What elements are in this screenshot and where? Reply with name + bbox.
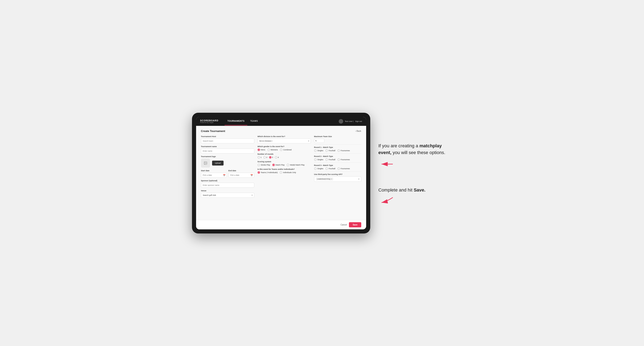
- round1-foursomes-option[interactable]: Foursomes: [338, 149, 350, 152]
- scoring-stroke-label: Stroke Play: [261, 164, 270, 166]
- round2-foursomes-label: Foursomes: [341, 159, 350, 161]
- rounds-radio-group: 1 2 3: [258, 156, 311, 159]
- tablet-screen: SCOREBOARD Powered by clippit TOURNAMENT…: [196, 117, 366, 229]
- round1-singles-option[interactable]: Singles: [314, 149, 324, 152]
- round-4-radio[interactable]: [275, 156, 277, 159]
- tournament-host-input[interactable]: [201, 139, 254, 144]
- round-2-option[interactable]: 2: [263, 156, 268, 159]
- sponsor-input[interactable]: [201, 183, 254, 188]
- round3-foursomes-radio[interactable]: [338, 167, 340, 170]
- max-team-size-group: Maximum Team Size: [314, 136, 361, 143]
- third-party-tag-close[interactable]: ×: [331, 178, 332, 180]
- page-header: Create Tournament ‹ Back: [201, 130, 361, 133]
- nav-tab-tournaments[interactable]: TOURNAMENTS: [224, 117, 247, 125]
- round3-foursomes-label: Foursomes: [341, 168, 350, 170]
- divider-2: [314, 154, 361, 154]
- individuals-only-label: Individuals Only: [283, 172, 296, 173]
- round-1-option[interactable]: 1: [258, 156, 262, 159]
- scoring-match-radio[interactable]: [272, 164, 275, 166]
- round2-singles-option[interactable]: Singles: [314, 158, 324, 161]
- annotation-top-text-2: you will see these options.: [391, 150, 445, 155]
- round3-fourball-label: Fourball: [329, 168, 336, 170]
- round3-fourball-radio[interactable]: [326, 167, 328, 170]
- gender-label: Which gender is the event for?: [258, 146, 311, 148]
- sign-out-link[interactable]: Sign out: [355, 120, 362, 122]
- back-link[interactable]: ‹ Back: [355, 130, 361, 132]
- round2-fourball-label: Fourball: [329, 159, 336, 161]
- cancel-button[interactable]: Cancel: [340, 224, 347, 226]
- teams-group: Is this event for Teams and/or Individua…: [258, 168, 311, 174]
- avatar-icon: [339, 119, 343, 124]
- round2-singles-radio[interactable]: [314, 158, 316, 161]
- round1-singles-radio[interactable]: [314, 149, 316, 152]
- teams-plus-individuals-option[interactable]: Teams (+Individuals): [258, 171, 278, 174]
- round1-match-type-label: Round 1 - Match Type: [314, 146, 361, 148]
- main-content: Create Tournament ‹ Back Tournament Host…: [196, 126, 366, 220]
- gender-mens-option[interactable]: Mens: [258, 149, 265, 151]
- round2-foursomes-option[interactable]: Foursomes: [338, 158, 350, 161]
- round2-foursomes-radio[interactable]: [338, 158, 340, 161]
- round3-singles-radio[interactable]: [314, 167, 316, 170]
- divider-4: [314, 172, 361, 172]
- round1-fourball-label: Fourball: [329, 150, 336, 152]
- venue-label: Venue: [201, 190, 254, 192]
- save-button[interactable]: Save: [349, 222, 361, 227]
- round3-fourball-option[interactable]: Fourball: [326, 167, 336, 170]
- round2-fourball-radio[interactable]: [326, 158, 328, 161]
- individuals-only-radio[interactable]: [280, 171, 282, 174]
- scoring-match-label: Match Play: [276, 164, 285, 166]
- third-party-label: Use third-party live scoring API?: [314, 173, 361, 175]
- round1-foursomes-radio[interactable]: [338, 149, 340, 152]
- right-column: Maximum Team Size Round 1 - Match Type S…: [314, 136, 361, 200]
- start-date-wrapper: 📅: [201, 173, 227, 177]
- nav-tab-teams[interactable]: TEAMS: [247, 117, 261, 125]
- gender-womens-radio[interactable]: [268, 149, 270, 151]
- third-party-select-box[interactable]: Leaderboard King × ▾: [314, 176, 361, 182]
- round2-fourball-option[interactable]: Fourball: [326, 158, 336, 161]
- arrow-svg-bottom: [378, 195, 395, 204]
- gender-radio-group: Mens Womens Combined: [258, 149, 311, 151]
- round1-fourball-radio[interactable]: [326, 149, 328, 152]
- form-grid: Tournament Host Tournament name Tourname…: [201, 136, 361, 200]
- annotation-top-text-1: If you are creating a: [378, 143, 420, 148]
- round2-match-type-section: Round 2 - Match Type Singles Fourball: [314, 155, 361, 161]
- division-select[interactable]: NCAA Division I NCAA Division II NCAA Di…: [258, 139, 311, 144]
- scoring-stroke-radio[interactable]: [258, 164, 260, 166]
- round2-match-type-label: Round 2 - Match Type: [314, 155, 361, 157]
- annotation-bottom-bold: Save.: [414, 187, 426, 192]
- round-1-radio[interactable]: [258, 156, 260, 159]
- max-team-size-input[interactable]: [314, 139, 324, 143]
- nav-bar: SCOREBOARD Powered by clippit TOURNAMENT…: [196, 117, 366, 126]
- round1-fourball-option[interactable]: Fourball: [326, 149, 336, 152]
- tournament-name-input[interactable]: [201, 149, 254, 154]
- third-party-tag-label: Leaderboard King: [317, 178, 330, 180]
- middle-column: Which division is the event for? NCAA Di…: [258, 136, 311, 200]
- gender-mens-radio[interactable]: [258, 149, 260, 151]
- gender-combined-label: Combined: [283, 149, 292, 151]
- individuals-only-option[interactable]: Individuals Only: [280, 171, 296, 174]
- end-date-label: End date: [228, 170, 254, 172]
- gender-combined-option[interactable]: Combined: [280, 149, 292, 151]
- annotation-top-paragraph: If you are creating a matchplay event, y…: [378, 142, 452, 156]
- gender-combined-radio[interactable]: [280, 149, 282, 151]
- scoring-match-option[interactable]: Match Play: [272, 164, 285, 166]
- venue-select[interactable]: Search golf club: [201, 193, 254, 198]
- tournament-logo-label: Tournament logo: [201, 156, 254, 158]
- round-4-option[interactable]: 4: [275, 156, 279, 159]
- scoring-stroke-option[interactable]: Stroke Play: [258, 164, 270, 166]
- teams-plus-individuals-radio[interactable]: [258, 171, 260, 174]
- division-label: Which division is the event for?: [258, 136, 311, 138]
- round-3-option[interactable]: 3: [269, 156, 273, 159]
- upload-button[interactable]: Upload: [212, 161, 224, 166]
- user-text: Test User |: [345, 120, 354, 122]
- round-3-radio[interactable]: [269, 156, 272, 159]
- round3-singles-option[interactable]: Singles: [314, 167, 324, 170]
- scoring-medal-option[interactable]: Medal Match Play: [287, 164, 305, 166]
- scoring-medal-radio[interactable]: [287, 164, 289, 166]
- venue-select-wrapper: Search golf club: [201, 193, 254, 198]
- round-2-radio[interactable]: [263, 156, 266, 159]
- form-footer: Cancel Save: [196, 220, 366, 229]
- teams-label: Is this event for Teams and/or Individua…: [258, 168, 311, 170]
- gender-womens-option[interactable]: Womens: [268, 149, 278, 151]
- round3-foursomes-option[interactable]: Foursomes: [338, 167, 350, 170]
